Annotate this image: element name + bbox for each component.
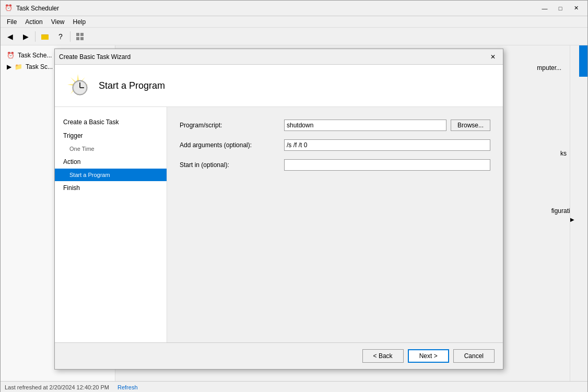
title-bar: ⏰ Task Scheduler ― □ ✕ bbox=[1, 1, 587, 16]
wizard-step-create[interactable]: Create a Basic Task bbox=[55, 115, 167, 129]
start-in-input[interactable] bbox=[284, 159, 490, 171]
wizard-step-action[interactable]: Action bbox=[55, 155, 167, 169]
back-button[interactable]: < Back bbox=[362, 349, 404, 363]
app-title: Task Scheduler bbox=[16, 5, 59, 12]
wizard-step-trigger[interactable]: Trigger bbox=[55, 129, 167, 142]
menu-file[interactable]: File bbox=[3, 17, 21, 27]
svg-rect-6 bbox=[80, 37, 84, 40]
taskscheduler-icon: ⏰ bbox=[7, 52, 15, 59]
wizard-step-onetime[interactable]: One Time bbox=[55, 142, 167, 155]
toolbar-back-button[interactable]: ◀ bbox=[3, 30, 17, 43]
sidebar-item-taskscheduler-label: Task Sche... bbox=[18, 52, 52, 59]
add-arguments-label: Add arguments (optional): bbox=[180, 141, 284, 149]
app-close-button[interactable]: ✕ bbox=[569, 3, 583, 14]
dialog: Create Basic Task Wizard ✕ Start a Progr… bbox=[54, 49, 503, 370]
toolbar-help-button[interactable]: ? bbox=[53, 30, 68, 43]
tasklibrary-expand-icon: ▶ bbox=[7, 63, 11, 70]
cancel-button[interactable]: Cancel bbox=[453, 349, 495, 363]
toolbar-view-button[interactable] bbox=[73, 30, 87, 43]
wizard-step-finish[interactable]: Finish bbox=[55, 181, 167, 195]
add-arguments-row: Add arguments (optional): bbox=[180, 139, 490, 151]
wizard-header-icon bbox=[65, 73, 90, 98]
scroll-thumb bbox=[579, 45, 587, 77]
title-bar-left: ⏰ Task Scheduler bbox=[5, 4, 59, 13]
folder-icon bbox=[41, 32, 49, 41]
start-in-row: Start in (optional): bbox=[180, 159, 490, 171]
program-script-row: Program/script: Browse... bbox=[180, 120, 490, 131]
main-window: ⏰ Task Scheduler ― □ ✕ File Action View … bbox=[0, 0, 588, 392]
menu-action[interactable]: Action bbox=[21, 17, 46, 27]
dialog-title-bar: Create Basic Task Wizard ✕ bbox=[55, 49, 503, 65]
computer-link[interactable]: mputer... bbox=[537, 64, 561, 72]
next-button[interactable]: Next > bbox=[408, 349, 449, 363]
status-text: Last refreshed at 2/20/2024 12:40:20 PM bbox=[5, 384, 109, 390]
grid-icon bbox=[76, 32, 84, 41]
program-script-label: Program/script: bbox=[180, 122, 284, 129]
scroll-area[interactable] bbox=[579, 45, 587, 392]
dialog-header: Start a Program bbox=[55, 65, 503, 107]
toolbar-forward-button[interactable]: ▶ bbox=[18, 30, 33, 43]
menu-view[interactable]: View bbox=[47, 17, 69, 27]
wizard-step-startprogram[interactable]: Start a Program bbox=[55, 169, 167, 181]
dialog-header-title: Start a Program bbox=[99, 80, 165, 91]
dialog-title: Create Basic Task Wizard bbox=[59, 53, 131, 61]
menu-help[interactable]: Help bbox=[69, 17, 90, 27]
toolbar: ◀ ▶ ? bbox=[1, 28, 587, 45]
svg-rect-4 bbox=[80, 33, 84, 36]
menu-bar: File Action View Help bbox=[1, 16, 587, 28]
folder-icon: 📁 bbox=[15, 63, 22, 70]
wizard-content: Program/script: Browse... Add arguments … bbox=[167, 107, 503, 342]
tasks-label: ks bbox=[560, 150, 567, 157]
program-script-input[interactable] bbox=[284, 120, 446, 131]
add-arguments-input[interactable] bbox=[284, 139, 490, 151]
dialog-footer: < Back Next > Cancel bbox=[55, 342, 503, 369]
sidebar-item-tasklibrary-label: Task Sc... bbox=[26, 63, 53, 70]
maximize-button[interactable]: □ bbox=[553, 3, 568, 14]
app-icon: ⏰ bbox=[5, 4, 13, 13]
right-strip: ▶ bbox=[570, 45, 579, 392]
browse-button[interactable]: Browse... bbox=[451, 120, 490, 131]
start-in-label: Start in (optional): bbox=[180, 161, 284, 169]
refresh-button[interactable]: Refresh bbox=[117, 384, 138, 390]
svg-rect-2 bbox=[41, 35, 49, 40]
svg-rect-3 bbox=[76, 33, 79, 36]
toolbar-separator2 bbox=[70, 31, 70, 42]
svg-rect-5 bbox=[76, 37, 79, 40]
right-expand-arrow[interactable]: ▶ bbox=[570, 216, 574, 222]
dialog-body: Create a Basic Task Trigger One Time Act… bbox=[55, 107, 503, 342]
title-bar-controls: ― □ ✕ bbox=[537, 3, 583, 14]
toolbar-folder-button[interactable] bbox=[38, 30, 52, 43]
wizard-sidebar: Create a Basic Task Trigger One Time Act… bbox=[55, 107, 167, 342]
minimize-button[interactable]: ― bbox=[537, 3, 552, 14]
dialog-close-button[interactable]: ✕ bbox=[487, 51, 499, 63]
status-bar: Last refreshed at 2/20/2024 12:40:20 PM … bbox=[1, 381, 587, 392]
toolbar-separator bbox=[35, 31, 36, 42]
